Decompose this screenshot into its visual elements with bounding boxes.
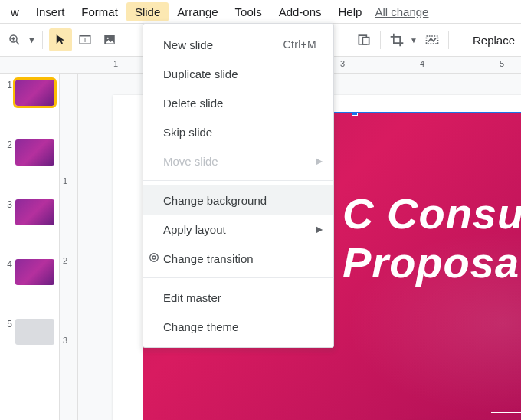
- zoom-control[interactable]: ▼: [8, 33, 36, 47]
- menubar: w Insert Format Slide Arrange Tools Add-…: [0, 0, 521, 23]
- thumbnail-1[interactable]: 1: [5, 80, 54, 106]
- svg-text:T: T: [83, 37, 87, 44]
- menu-move-slide: Move slide ▶: [143, 146, 333, 176]
- submenu-arrow-icon: ▶: [316, 156, 323, 166]
- menubar-item-tools[interactable]: Tools: [227, 2, 270, 21]
- crop-icon: [389, 32, 405, 48]
- submenu-arrow-icon: ▶: [316, 224, 323, 235]
- transition-icon: [356, 32, 372, 48]
- menu-label: Delete slide: [163, 97, 223, 110]
- svg-point-11: [150, 253, 159, 261]
- ruler-number: 1: [113, 59, 118, 68]
- thumbnail-number: 4: [5, 259, 12, 270]
- slide-title-line: C Consul: [342, 189, 521, 238]
- menu-change-theme[interactable]: Change theme: [143, 312, 333, 341]
- menu-label: Change background: [163, 194, 267, 207]
- menubar-item-slide[interactable]: Slide: [126, 2, 169, 21]
- textbox-tool[interactable]: T: [74, 28, 97, 51]
- svg-line-1: [16, 41, 19, 44]
- thumbnail-4[interactable]: 4: [5, 259, 54, 285]
- changes-saved-link[interactable]: All change: [375, 5, 428, 18]
- image-tool[interactable]: [98, 28, 121, 51]
- ruler-number: 3: [340, 59, 345, 68]
- ruler-number: 3: [63, 336, 67, 345]
- thumbnail-2[interactable]: 2: [5, 139, 54, 166]
- menu-change-background[interactable]: Change background: [143, 185, 333, 215]
- toolbar-separator: [42, 31, 43, 49]
- menu-label: Duplicate slide: [163, 67, 238, 80]
- thumbnail-number: 5: [5, 319, 12, 330]
- menu-delete-slide[interactable]: Delete slide: [143, 88, 333, 117]
- crop-tool[interactable]: [385, 28, 408, 51]
- menu-label: New slide: [163, 38, 213, 51]
- ruler-number: 2: [63, 256, 67, 265]
- slide-thumbnails: 1 2 3 4 5: [0, 74, 60, 420]
- cursor-icon: [54, 33, 67, 47]
- menubar-item-arrange[interactable]: Arrange: [169, 2, 226, 21]
- zoom-icon: [8, 33, 21, 47]
- menu-duplicate-slide[interactable]: Duplicate slide: [143, 59, 333, 88]
- thumbnail-preview: [15, 199, 54, 225]
- chevron-down-icon: ▼: [28, 35, 36, 44]
- svg-rect-9: [362, 38, 369, 44]
- menu-label: Change transition: [163, 252, 254, 265]
- menubar-item-help[interactable]: Help: [330, 2, 371, 21]
- thumbnail-number: 2: [5, 139, 12, 150]
- menubar-item-addons[interactable]: Add-ons: [270, 2, 330, 21]
- replace-image-button[interactable]: Replace: [473, 34, 515, 47]
- resize-handle[interactable]: [352, 112, 358, 116]
- menu-label: Edit master: [163, 291, 221, 304]
- menubar-item-view-frag[interactable]: w: [11, 2, 28, 21]
- menu-separator: [143, 277, 333, 278]
- menu-edit-master[interactable]: Edit master: [143, 283, 333, 312]
- ruler-number: 5: [500, 59, 504, 68]
- menu-skip-slide[interactable]: Skip slide: [143, 117, 333, 146]
- menubar-item-insert[interactable]: Insert: [28, 2, 74, 21]
- vertical-ruler: 1 2 3: [60, 74, 78, 420]
- slide-menu: New slide Ctrl+M Duplicate slide Delete …: [143, 23, 334, 348]
- thumbnail-number: 3: [5, 199, 12, 210]
- slide-title: C Consul Proposa: [342, 189, 521, 288]
- thumbnail-preview: [15, 259, 54, 285]
- transition-icon: [148, 251, 160, 266]
- mask-icon: [424, 32, 440, 48]
- menubar-item-format[interactable]: Format: [73, 2, 126, 21]
- toolbar-separator: [380, 31, 381, 49]
- menu-label: Change theme: [163, 320, 238, 333]
- menu-new-slide[interactable]: New slide Ctrl+M: [143, 30, 333, 59]
- ruler-number: 4: [420, 59, 424, 68]
- menu-label: Skip slide: [163, 126, 212, 139]
- decorative-line: [491, 412, 521, 413]
- toolbar-separator: [448, 31, 449, 49]
- menu-label: Move slide: [163, 155, 218, 168]
- menu-apply-layout[interactable]: Apply layout ▶: [143, 215, 333, 244]
- image-icon: [103, 33, 116, 47]
- thumbnail-3[interactable]: 3: [5, 199, 54, 225]
- ruler-number: 1: [63, 176, 67, 185]
- thumbnail-preview: [15, 139, 54, 166]
- menu-shortcut: Ctrl+M: [283, 38, 316, 51]
- menu-change-transition[interactable]: Change transition: [143, 244, 333, 273]
- thumbnail-preview: [15, 319, 54, 345]
- select-tool[interactable]: [49, 28, 72, 51]
- thumbnail-preview: [15, 80, 54, 106]
- thumbnail-number: 1: [5, 80, 12, 90]
- chevron-down-icon: ▼: [410, 36, 418, 44]
- slide-title-line: Proposa: [342, 238, 519, 287]
- transition-tool[interactable]: [352, 28, 375, 51]
- mask-tool[interactable]: [421, 28, 444, 51]
- thumbnail-5[interactable]: 5: [5, 319, 54, 345]
- svg-point-12: [152, 256, 156, 259]
- textbox-icon: T: [78, 33, 92, 47]
- menu-label: Apply layout: [163, 223, 226, 236]
- menu-separator: [143, 180, 333, 181]
- svg-point-7: [107, 38, 109, 39]
